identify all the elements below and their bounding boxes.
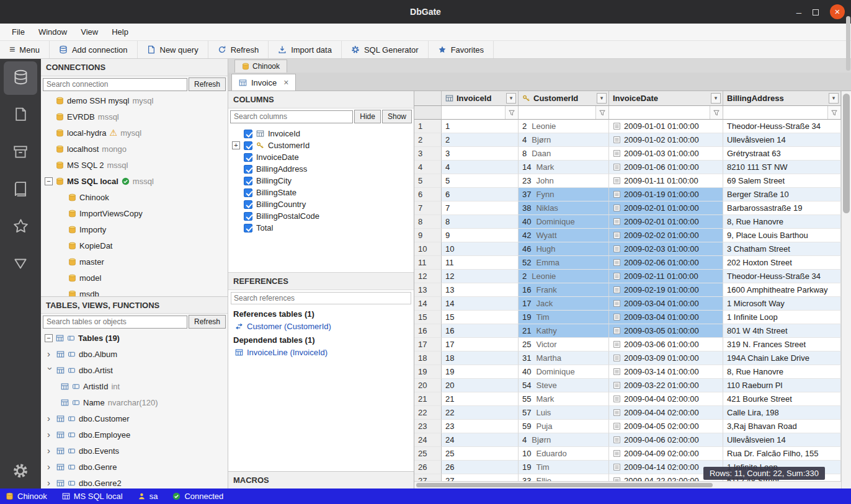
show-columns-button[interactable]: Show: [382, 110, 412, 123]
cell-billingaddress[interactable]: 3,Raj Bhavan Road: [723, 420, 841, 433]
filter-input-billingaddress[interactable]: [723, 106, 827, 119]
cell-billingaddress[interactable]: 319 N. Frances Street: [723, 338, 841, 351]
cell-invoiceid[interactable]: 11: [442, 256, 519, 270]
row-number[interactable]: 5: [414, 174, 442, 188]
cell-invoicedate[interactable]: 2009-02-02 01:00:00: [609, 229, 723, 242]
cell-customerid[interactable]: 52Emma: [519, 256, 609, 270]
cell-invoicedate[interactable]: 2009-02-06 01:00:00: [609, 256, 723, 270]
column-list-item[interactable]: BillingPostalCode: [228, 210, 414, 222]
cell-billingaddress[interactable]: Barbarossastraße 19: [723, 201, 841, 215]
vertical-scrollbar[interactable]: [841, 91, 851, 489]
cell-invoiceid[interactable]: 24: [442, 433, 519, 447]
table-tree-item[interactable]: › ArtistId int: [41, 378, 228, 394]
column-dropdown-icon[interactable]: ▾: [711, 93, 721, 104]
cell-billingaddress[interactable]: Ullevålsveien 14: [723, 133, 841, 147]
search-connection-input[interactable]: [43, 78, 187, 91]
cell-invoiceid[interactable]: 4: [442, 161, 519, 174]
expand-column-icon[interactable]: [232, 141, 240, 149]
cell-invoicedate[interactable]: 2009-02-01 01:00:00: [609, 215, 723, 229]
row-number[interactable]: 13: [414, 283, 442, 297]
reference-link-customer[interactable]: Customer (CustomerId): [228, 321, 414, 332]
cell-invoiceid[interactable]: 19: [442, 365, 519, 379]
cell-billingaddress[interactable]: 8210 111 ST NW: [723, 161, 841, 174]
cell-customerid[interactable]: 16Frank: [519, 283, 609, 297]
cell-invoiceid[interactable]: 10: [442, 242, 519, 256]
cell-customerid[interactable]: 14Mark: [519, 161, 609, 174]
cell-invoiceid[interactable]: 16: [442, 324, 519, 338]
statusbar-connection[interactable]: MS SQL local: [62, 492, 123, 501]
cell-billingaddress[interactable]: Calle Lira, 198: [723, 406, 841, 420]
menu-view[interactable]: View: [74, 25, 105, 39]
cell-billingaddress[interactable]: 110 Raeburn Pl: [723, 379, 841, 392]
minimize-button[interactable]: –: [796, 7, 801, 17]
cell-invoicedate[interactable]: 2009-02-19 01:00:00: [609, 283, 723, 297]
row-number[interactable]: 15: [414, 311, 442, 324]
row-number[interactable]: 6: [414, 188, 442, 201]
column-list-item[interactable]: InvoiceDate: [228, 151, 414, 163]
cell-customerid[interactable]: 25Victor: [519, 338, 609, 351]
cell-invoicedate[interactable]: 2009-04-04 02:00:00: [609, 392, 723, 406]
hide-columns-button[interactable]: Hide: [354, 110, 381, 123]
cell-billingaddress[interactable]: 1 Infinite Loop: [723, 311, 841, 324]
cell-billingaddress[interactable]: 202 Hoxton Street: [723, 256, 841, 270]
cell-customerid[interactable]: 21Kathy: [519, 324, 609, 338]
row-number[interactable]: 3: [414, 147, 442, 161]
sidebar-history-button[interactable]: [4, 173, 37, 206]
cell-billingaddress[interactable]: 801 W 4th Street: [723, 324, 841, 338]
search-columns-input[interactable]: [230, 110, 353, 123]
checkbox-checked[interactable]: [244, 153, 252, 162]
dependent-link-invoiceline[interactable]: InvoiceLine (InvoiceId): [228, 347, 414, 358]
tab-database-chinook[interactable]: Chinook: [234, 60, 287, 73]
checkbox-checked[interactable]: [244, 212, 252, 221]
connection-item[interactable]: localhost ⚠ mongo: [41, 141, 228, 157]
cell-customerid[interactable]: 4Bjørn: [519, 433, 609, 447]
collapse-expander-icon[interactable]: [45, 177, 53, 185]
column-list-item[interactable]: InvoiceId: [228, 128, 414, 139]
connection-item[interactable]: model ⚠: [41, 270, 228, 286]
filter-input-invoicedate[interactable]: [609, 106, 710, 119]
checkbox-checked[interactable]: [244, 200, 252, 209]
cell-customerid[interactable]: 17Jack: [519, 297, 609, 311]
row-number[interactable]: 24: [414, 433, 442, 447]
table-tree-item[interactable]: › dbo.Genre2: [41, 475, 228, 489]
cell-invoiceid[interactable]: 8: [442, 215, 519, 229]
cell-invoicedate[interactable]: 2009-01-11 01:00:00: [609, 174, 723, 188]
checkbox-checked[interactable]: [244, 141, 252, 150]
cell-invoicedate[interactable]: 2009-04-05 02:00:00: [609, 420, 723, 433]
cell-invoiceid[interactable]: 6: [442, 188, 519, 201]
refresh-connections-button[interactable]: Refresh: [189, 77, 226, 91]
cell-billingaddress[interactable]: 69 Salem Street: [723, 174, 841, 188]
column-dropdown-icon[interactable]: ▾: [597, 93, 607, 104]
connection-item[interactable]: ImportViewsCopy ⚠: [41, 205, 228, 221]
maximize-button[interactable]: [813, 7, 819, 17]
row-number[interactable]: 25: [414, 447, 442, 461]
cell-customerid[interactable]: 46Hugh: [519, 242, 609, 256]
row-number[interactable]: 26: [414, 461, 442, 474]
cell-invoiceid[interactable]: 7: [442, 201, 519, 215]
cell-invoicedate[interactable]: 2009-03-04 01:00:00: [609, 297, 723, 311]
cell-invoiceid[interactable]: 21: [442, 392, 519, 406]
cell-billingaddress[interactable]: 421 Bourke Street: [723, 392, 841, 406]
scrollbar-thumb[interactable]: [416, 483, 713, 487]
cell-invoiceid[interactable]: 20: [442, 379, 519, 392]
cell-invoicedate[interactable]: 2009-04-06 02:00:00: [609, 433, 723, 447]
search-references-input[interactable]: [231, 292, 411, 304]
connection-item[interactable]: EVRDB ⚠ mssql: [41, 108, 228, 125]
cell-customerid[interactable]: 19Tim: [519, 461, 609, 474]
column-header-invoiceid[interactable]: InvoiceId ▾: [442, 91, 519, 106]
menu-file[interactable]: File: [5, 25, 32, 39]
checkbox-checked[interactable]: [244, 130, 252, 138]
cell-invoicedate[interactable]: 2009-01-03 01:00:00: [609, 147, 723, 161]
cell-invoicedate[interactable]: 2009-01-06 01:00:00: [609, 161, 723, 174]
cell-invoicedate[interactable]: 2009-01-01 01:00:00: [609, 120, 723, 133]
column-list-item[interactable]: Total: [228, 222, 414, 234]
close-button[interactable]: ×: [830, 4, 845, 19]
row-number[interactable]: 14: [414, 297, 442, 311]
cell-invoiceid[interactable]: 15: [442, 311, 519, 324]
sidebar-favorites-button[interactable]: [4, 210, 37, 244]
filter-funnel-icon[interactable]: [827, 106, 840, 119]
cell-invoiceid[interactable]: 26: [442, 461, 519, 474]
tables-scrollbar[interactable]: [846, 16, 850, 71]
connection-item[interactable]: KopieDat ⚠: [41, 237, 228, 254]
toolbar-add-connection-button[interactable]: Add connection: [50, 41, 138, 58]
